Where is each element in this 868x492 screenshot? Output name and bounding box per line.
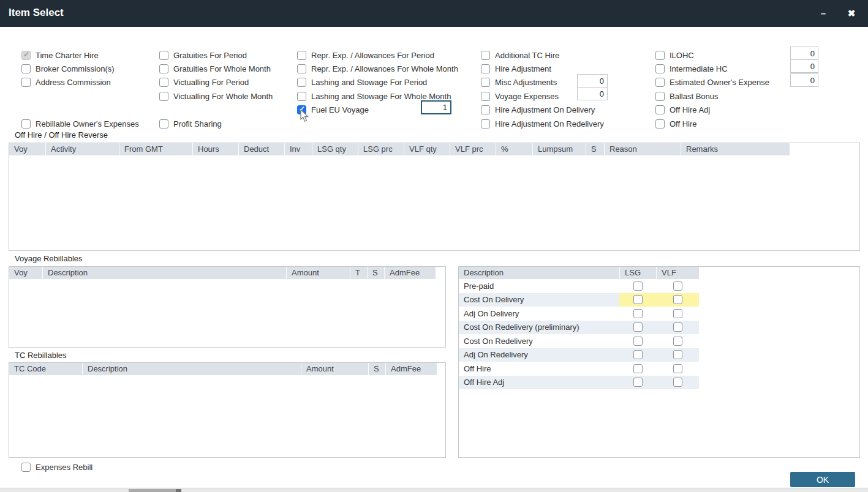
column-header[interactable]: AdmFee xyxy=(384,267,436,279)
checkbox-hire-adjustment[interactable] xyxy=(481,64,490,73)
checkbox-misc-adjustments[interactable] xyxy=(481,78,490,87)
intermediate-hc-input[interactable] xyxy=(790,59,818,73)
column-header[interactable]: S xyxy=(368,363,385,375)
checkbox-row-ilohc[interactable]: ILOHC xyxy=(655,50,694,61)
checkbox-time-charter-hire[interactable] xyxy=(21,51,31,60)
column-header[interactable]: Amount xyxy=(301,363,368,375)
column-header[interactable]: T xyxy=(350,267,367,279)
checkbox-row-victualling-for-whole-month[interactable]: Victualling For Whole Month xyxy=(159,91,273,102)
column-header[interactable]: S xyxy=(586,143,604,155)
checkbox-row-gratuities-for-whole-month[interactable]: Gratuities For Whole Month xyxy=(159,63,271,74)
checkbox-repr-exp-allowances-for-whole-month[interactable] xyxy=(297,64,306,73)
checkbox-fuel-eu-voyage[interactable] xyxy=(297,105,306,114)
checkbox-row-misc-adjustments[interactable]: Misc Adjustments xyxy=(481,76,557,88)
column-header[interactable]: Voy xyxy=(9,143,45,155)
checkbox-cost-on-delivery-lsg[interactable] xyxy=(633,295,643,304)
checkbox-row-off-hire-adj[interactable]: Off Hire Adj xyxy=(655,104,710,115)
checkbox-gratuities-for-whole-month[interactable] xyxy=(159,64,168,73)
checkbox-hire-adjustment-on-redelivery[interactable] xyxy=(481,119,490,129)
checkbox-row-time-charter-hire[interactable]: Time Charter Hire xyxy=(21,50,99,61)
checkbox-intermediate-hc[interactable] xyxy=(655,64,665,73)
column-header[interactable]: Amount xyxy=(286,267,350,279)
column-header[interactable]: Remarks xyxy=(681,143,790,155)
checkbox-row-repr-exp-allowances-for-whole-month[interactable]: Repr. Exp. / Allowances For Whole Month xyxy=(297,63,458,74)
scrollbar-thumb[interactable] xyxy=(129,489,178,492)
checkbox-row-hire-adjustment-on-delivery[interactable]: Hire Adjustment On Delivery xyxy=(481,104,595,115)
checkbox-row-off-hire[interactable]: Off Hire xyxy=(655,118,697,129)
checkbox-ilohc[interactable] xyxy=(655,51,665,60)
checkbox-row-victualling-for-period[interactable]: Victualling For Period xyxy=(159,76,249,88)
checkbox-additional-tc-hire[interactable] xyxy=(481,51,490,60)
column-header[interactable]: Description xyxy=(459,267,619,279)
column-header[interactable]: VLF qty xyxy=(404,143,450,155)
checkbox-row-broker-commissions[interactable]: Broker Commission(s) xyxy=(21,63,115,74)
ilohc-input[interactable] xyxy=(790,47,818,60)
column-header[interactable]: From GMT xyxy=(119,143,192,155)
column-header[interactable]: Hours xyxy=(192,143,238,155)
column-header[interactable]: LSG xyxy=(619,267,656,279)
horizontal-scrollbar[interactable] xyxy=(0,488,868,492)
checkbox-address-commission[interactable] xyxy=(21,78,31,87)
checkbox-row-hire-adjustment[interactable]: Hire Adjustment xyxy=(481,63,551,74)
checkbox-cost-on-delivery-vlf[interactable] xyxy=(673,295,682,304)
checkbox-cost-on-redelivery-lsg[interactable] xyxy=(633,337,643,346)
checkbox-voyage-expenses[interactable] xyxy=(481,92,490,101)
column-header[interactable]: VLF xyxy=(656,267,699,279)
checkbox-profit-sharing[interactable] xyxy=(159,119,168,129)
checkbox-off-hire-adj-lsg[interactable] xyxy=(633,378,643,387)
checkbox-lashing-and-stowage-for-whole-month[interactable] xyxy=(297,92,306,101)
checkbox-gratuities-for-period[interactable] xyxy=(159,51,168,60)
checkbox-pre-paid-lsg[interactable] xyxy=(633,281,643,291)
checkbox-row-address-commission[interactable]: Address Commission xyxy=(21,76,111,88)
column-header[interactable]: Inv xyxy=(284,143,312,155)
checkbox-victualling-for-whole-month[interactable] xyxy=(159,92,168,101)
column-header[interactable]: VLF prc xyxy=(450,143,496,155)
checkbox-row-fuel-eu-voyage[interactable]: Fuel EU Voyage xyxy=(297,104,369,115)
checkbox-cost-on-redelivery-preliminary-lsg[interactable] xyxy=(633,322,643,332)
checkbox-expenses-rebill[interactable] xyxy=(21,463,31,472)
column-header[interactable]: % xyxy=(496,143,532,155)
column-header[interactable]: Description xyxy=(42,267,286,279)
checkbox-cost-on-redelivery-vlf[interactable] xyxy=(673,337,682,346)
checkbox-repr-exp-allowances-for-period[interactable] xyxy=(297,51,306,60)
checkbox-off-hire-adj-vlf[interactable] xyxy=(673,378,682,387)
checkbox-row-rebillable-owners-expenses[interactable]: Rebillable Owner's Expenses xyxy=(21,118,139,129)
checkbox-row-hire-adjustment-on-redelivery[interactable]: Hire Adjustment On Redelivery xyxy=(481,118,604,129)
column-header[interactable]: Description xyxy=(82,363,301,375)
checkbox-row-repr-exp-allowances-for-period[interactable]: Repr. Exp. / Allowances For Period xyxy=(297,50,434,61)
checkbox-row-intermediate-hc[interactable]: Intermediate HC xyxy=(655,63,728,74)
ok-button[interactable]: OK xyxy=(790,472,855,487)
checkbox-broker-commissions[interactable] xyxy=(21,64,31,73)
checkbox-off-hire-vlf[interactable] xyxy=(673,364,682,373)
checkbox-row-ballast-bonus[interactable]: Ballast Bonus xyxy=(655,91,719,102)
checkbox-adj-on-redelivery-vlf[interactable] xyxy=(673,350,682,359)
checkbox-off-hire-lsg[interactable] xyxy=(633,364,643,373)
estimated-owners-expense-input[interactable] xyxy=(790,73,818,87)
fuel-eu-voyage-input[interactable] xyxy=(421,100,451,114)
column-header[interactable]: TC Code xyxy=(9,363,82,375)
column-header[interactable]: LSG prc xyxy=(358,143,404,155)
checkbox-adj-on-redelivery-lsg[interactable] xyxy=(633,350,643,359)
column-header[interactable]: Activity xyxy=(45,143,119,155)
checkbox-lashing-and-stowage-for-period[interactable] xyxy=(297,78,306,87)
checkbox-row-gratuities-for-period[interactable]: Gratuities For Period xyxy=(159,50,247,61)
checkbox-estimated-owners-expense[interactable] xyxy=(655,78,665,87)
checkbox-row-voyage-expenses[interactable]: Voyage Expenses xyxy=(481,91,559,102)
checkbox-hire-adjustment-on-delivery[interactable] xyxy=(481,105,490,114)
checkbox-ballast-bonus[interactable] xyxy=(655,92,665,101)
column-header[interactable]: Voy xyxy=(9,267,42,279)
checkbox-victualling-for-period[interactable] xyxy=(159,78,168,87)
close-icon[interactable]: ✖ xyxy=(842,6,861,21)
column-header[interactable]: S xyxy=(367,267,384,279)
checkbox-off-hire-adj[interactable] xyxy=(655,105,665,114)
column-header[interactable]: Lumpsum xyxy=(532,143,586,155)
checkbox-row-estimated-owners-expense[interactable]: Estimated Owner's Expense xyxy=(655,76,769,88)
checkbox-row-additional-tc-hire[interactable]: Additional TC Hire xyxy=(481,50,559,61)
column-header[interactable]: AdmFee xyxy=(385,363,437,375)
checkbox-row-profit-sharing[interactable]: Profit Sharing xyxy=(159,118,222,129)
checkbox-off-hire[interactable] xyxy=(655,119,665,129)
column-header[interactable]: LSG qty xyxy=(312,143,358,155)
checkbox-pre-paid-vlf[interactable] xyxy=(673,281,682,291)
column-header[interactable]: Deduct xyxy=(238,143,284,155)
minimize-icon[interactable]: – xyxy=(814,6,832,21)
